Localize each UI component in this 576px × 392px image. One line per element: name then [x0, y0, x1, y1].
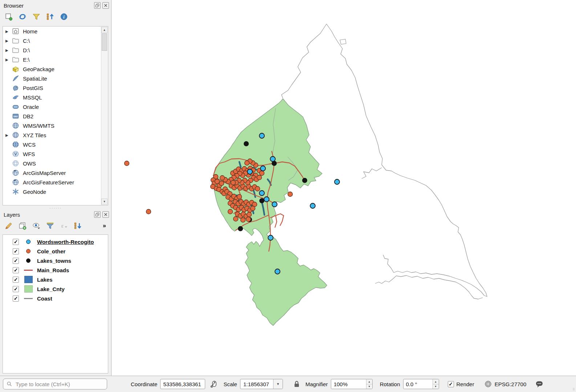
layer-visibility-checkbox[interactable]: ✓ — [13, 267, 19, 273]
browser-item-geonode[interactable]: GeoNode — [3, 187, 108, 196]
lock-scale-icon[interactable] — [292, 380, 301, 388]
resize-grip[interactable]: ⠿ — [572, 388, 575, 391]
layer-visibility-checkbox[interactable]: ✓ — [13, 277, 19, 283]
layer-row-wordsworth-recogito[interactable]: ✓Wordsworth-Recogito — [3, 237, 108, 246]
expand-tree-icon[interactable] — [73, 221, 82, 230]
browser-item-mssql[interactable]: MSSQL — [3, 93, 108, 102]
coastline — [281, 24, 326, 98]
filter-icon[interactable] — [32, 12, 41, 21]
layer-symbol-point — [24, 240, 33, 244]
svg-text:ε: ε — [61, 223, 64, 229]
cole-point — [241, 218, 246, 222]
scrollbar-thumb[interactable] — [102, 33, 107, 51]
layer-row-lake-cnty[interactable]: ✓Lake_Cnty — [3, 284, 108, 294]
render-checkbox[interactable]: ✓ — [448, 381, 454, 387]
browser-item-geopackage[interactable]: GeoPackage — [3, 64, 108, 74]
add-group-icon[interactable] — [18, 221, 27, 230]
render-label: Render — [457, 381, 474, 387]
layer-name[interactable]: Coast — [37, 295, 52, 302]
layer-name[interactable]: Cole_other — [37, 248, 65, 254]
locator-search[interactable] — [3, 379, 107, 389]
browser-item-label: C:\ — [23, 38, 30, 44]
expand-arrow-icon[interactable]: ▶ — [5, 29, 12, 33]
browser-item-spatialite[interactable]: SpatiaLite — [3, 74, 108, 83]
layer-name[interactable]: Wordsworth-Recogito — [37, 239, 94, 245]
expression-filter-icon[interactable]: ε — [60, 221, 68, 230]
browser-item-arcgisfeatureserver[interactable]: ArcGisFeatureServer — [3, 177, 108, 187]
crs-globe-icon[interactable] — [484, 380, 492, 388]
style-brush-icon[interactable] — [4, 221, 13, 230]
browser-item-c[interactable]: ▶C:\ — [3, 36, 108, 45]
cole-point — [237, 195, 242, 199]
locator-input[interactable] — [15, 381, 98, 388]
browser-item-label: SpatiaLite — [23, 75, 47, 82]
browser-item-wcs[interactable]: WCS — [3, 140, 108, 149]
cole-point — [246, 217, 251, 222]
magnifier-down-icon[interactable]: ▼ — [366, 384, 372, 389]
mouse-tracking-icon[interactable] — [210, 380, 218, 388]
layer-row-lakes[interactable]: ✓Lakes — [3, 275, 108, 284]
magnifier-input[interactable] — [331, 379, 366, 389]
layer-visibility-checkbox[interactable]: ✓ — [13, 286, 19, 292]
rotation-input[interactable] — [403, 379, 433, 389]
left-dock-area: Browser i ▶Home▶C:\▶D:\▶E:\GeoPackageSpa… — [0, 0, 111, 376]
filter-legend-icon[interactable] — [46, 221, 54, 230]
browser-scrollbar[interactable]: ▲ ▼ — [101, 27, 108, 205]
expand-arrow-icon[interactable]: ▶ — [5, 39, 12, 43]
toolbar-overflow-button[interactable]: » — [103, 222, 106, 229]
layer-symbol-fill — [24, 276, 33, 283]
layer-visibility-checkbox[interactable]: ✓ — [13, 258, 19, 264]
layer-name[interactable]: Main_Roads — [37, 267, 69, 273]
layer-name[interactable]: Lakes_towns — [37, 258, 71, 264]
rotation-spinbox[interactable]: ▲▼ — [403, 379, 439, 389]
browser-item-xyz-tiles[interactable]: ▶XYZ Tiles — [3, 130, 108, 140]
folder-icon — [12, 56, 20, 64]
rotation-up-icon[interactable]: ▲ — [433, 379, 439, 384]
browser-float-button[interactable] — [94, 2, 101, 9]
browser-close-button[interactable] — [102, 2, 109, 9]
expand-arrow-icon[interactable]: ▶ — [5, 58, 12, 62]
refresh-icon[interactable] — [18, 12, 27, 21]
magnifier-spinbox[interactable]: ▲▼ — [331, 379, 373, 389]
layer-visibility-checkbox[interactable]: ✓ — [13, 239, 19, 245]
layer-name[interactable]: Lake_Cnty — [37, 286, 65, 292]
expand-arrow-icon[interactable]: ▶ — [5, 133, 12, 137]
add-layer-icon[interactable] — [4, 12, 13, 21]
coordinate-input[interactable] — [160, 379, 205, 389]
browser-item-ows[interactable]: OWS — [3, 159, 108, 168]
browser-item-wms-wmts[interactable]: WMS/WMTS — [3, 121, 108, 130]
layer-row-cole-other[interactable]: ✓Cole_other — [3, 246, 108, 256]
layer-visibility-checkbox[interactable]: ✓ — [13, 248, 19, 254]
globe-arc-icon — [12, 178, 20, 186]
map-canvas[interactable] — [111, 0, 576, 376]
layer-row-main-roads[interactable]: ✓Main_Roads — [3, 265, 108, 275]
scale-value[interactable]: 1:1856307 — [240, 379, 273, 389]
scale-combo[interactable]: 1:1856307 ▼ — [240, 379, 283, 389]
scroll-down-icon[interactable]: ▼ — [101, 199, 108, 205]
scale-dropdown-icon[interactable]: ▼ — [273, 379, 283, 389]
browser-item-home[interactable]: ▶Home — [3, 26, 108, 36]
cole-point — [260, 171, 264, 176]
properties-icon[interactable]: i — [60, 12, 68, 21]
browser-item-e[interactable]: ▶E:\ — [3, 55, 108, 64]
layers-float-button[interactable] — [94, 211, 101, 218]
messages-icon[interactable] — [535, 380, 544, 388]
layer-name[interactable]: Lakes — [37, 277, 53, 283]
visibility-eye-icon[interactable] — [32, 221, 41, 230]
browser-item-d[interactable]: ▶D:\ — [3, 45, 108, 55]
browser-item-oracle[interactable]: Oracle — [3, 102, 108, 111]
expand-arrow-icon[interactable]: ▶ — [5, 48, 12, 52]
layer-visibility-checkbox[interactable]: ✓ — [13, 295, 19, 302]
layer-row-lakes-towns[interactable]: ✓Lakes_towns — [3, 256, 108, 265]
browser-item-postgis[interactable]: PostGIS — [3, 83, 108, 93]
browser-item-wfs[interactable]: WFS — [3, 149, 108, 159]
collapse-tree-icon[interactable] — [46, 12, 54, 21]
browser-item-arcgismapserver[interactable]: ArcGisMapServer — [3, 168, 108, 177]
magnifier-up-icon[interactable]: ▲ — [366, 379, 372, 384]
scroll-up-icon[interactable]: ▲ — [101, 27, 108, 33]
rotation-down-icon[interactable]: ▼ — [433, 384, 439, 389]
layer-row-coast[interactable]: ✓Coast — [3, 294, 108, 303]
layers-close-button[interactable] — [102, 211, 109, 218]
browser-item-db2[interactable]: DB2DB2 — [3, 111, 108, 121]
globe-v-icon — [12, 150, 20, 158]
